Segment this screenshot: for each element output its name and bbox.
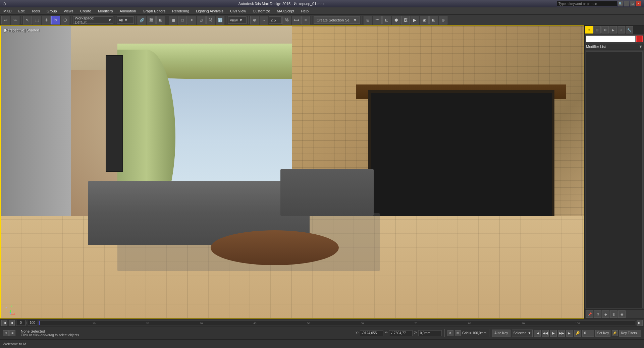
menu-tools[interactable]: Tools — [28, 7, 43, 14]
undo-button[interactable]: ↩ — [1, 16, 10, 24]
menu-create[interactable]: Create — [77, 7, 95, 14]
key-mode-btn[interactable]: 🔑 — [574, 330, 581, 337]
render-frame-btn[interactable]: ⊞ — [429, 16, 438, 24]
mini-toolbar-btn-1[interactable]: ⊞ — [3, 330, 9, 336]
play-btn[interactable]: ◀ — [9, 320, 15, 326]
time-field[interactable]: 0 — [582, 330, 594, 337]
panel-tab-display[interactable]: ○ — [618, 26, 625, 34]
panel-tab-create[interactable]: ✦ — [585, 26, 593, 34]
quick-render-btn[interactable]: ▶ — [411, 16, 419, 24]
transform-btn[interactable]: → — [260, 16, 268, 24]
menu-group[interactable]: Group — [43, 7, 60, 14]
modifier-search-input[interactable] — [586, 36, 636, 42]
search-box[interactable]: Type a keyword or phrase — [557, 1, 617, 6]
menu-customize[interactable]: Customize — [250, 7, 274, 14]
menu-mxd[interactable]: MXD — [0, 7, 15, 14]
pin-stack-btn[interactable]: 📌 — [586, 310, 593, 318]
go-to-end-btn[interactable]: ▶| — [566, 330, 573, 337]
viewport-label: [Perspective] Shaded — [4, 28, 39, 32]
view-dropdown[interactable]: View ▼ — [228, 16, 247, 24]
prev-frame-btn[interactable]: |◀ — [1, 320, 7, 326]
configure-modifiers-btn[interactable]: ⚙ — [594, 310, 601, 318]
modifier-list-arrow[interactable]: ▼ — [639, 44, 643, 49]
select-tool[interactable]: ↖ — [23, 16, 32, 24]
all-filter-dropdown[interactable]: All ▼ — [117, 16, 134, 24]
y-coord[interactable]: -17804,77 — [389, 330, 413, 336]
menu-edit[interactable]: Edit — [15, 7, 28, 14]
menu-lighting-analysis[interactable]: Lighting Analysis — [193, 7, 227, 14]
total-frames-display[interactable]: 100 — [28, 320, 37, 326]
menu-animation[interactable]: Animation — [116, 7, 140, 14]
create-selection-button[interactable]: Create Selection Se... ▼ — [314, 16, 360, 24]
select-region[interactable]: ⬚ — [33, 16, 41, 24]
panel-tabs: ✦ ⊟ ⚙ ▶ ○ 🔧 — [585, 25, 644, 34]
menu-modifiers[interactable]: Modifiers — [95, 7, 116, 14]
key-filters-button[interactable]: Key Filters... — [619, 330, 641, 337]
mirror-btn[interactable]: ⟺ — [292, 16, 301, 24]
scale-tool[interactable]: ⬡ — [61, 16, 69, 24]
timeline-track[interactable]: 0 10 20 30 40 50 60 70 80 90 100 — [39, 321, 635, 325]
key-filters-icon[interactable]: 🔑 — [612, 330, 618, 336]
next-key-btn[interactable]: ▶▶ — [558, 330, 565, 337]
set-key-button[interactable]: Set Key — [595, 330, 610, 337]
percent-snap[interactable]: % — [206, 16, 215, 24]
current-frame-display[interactable]: 0 — [16, 320, 25, 326]
search-icon[interactable]: 🔍 — [618, 1, 623, 6]
layer-manager-btn[interactable]: ⊞ — [364, 16, 372, 24]
play-animation-btn[interactable]: ▶ — [550, 330, 557, 337]
menu-maxscript[interactable]: MAXScript — [273, 7, 298, 14]
redo-button[interactable]: ↪ — [11, 16, 19, 24]
rotate-tool[interactable]: ↻ — [51, 16, 60, 24]
material-editor-btn[interactable]: ⬢ — [392, 16, 400, 24]
snap-percent-btn[interactable]: % — [282, 16, 291, 24]
menu-graph-editors[interactable]: Graph Editors — [139, 7, 169, 14]
bind-space-warp[interactable]: ⊞ — [156, 16, 165, 24]
workspace-dropdown[interactable]: Workspace: Default ▼ — [73, 16, 113, 24]
transform-gizmo-btn[interactable]: ⊕ — [250, 16, 259, 24]
align-btn[interactable]: ≡ — [301, 16, 310, 24]
z-coord[interactable]: 0,0mm — [418, 330, 442, 336]
minimize-button[interactable]: — — [624, 1, 629, 6]
close-button[interactable]: ✕ — [636, 1, 641, 6]
tick-0: 0 — [39, 322, 40, 325]
active-shade-btn[interactable]: ◉ — [420, 16, 429, 24]
unlink-tool[interactable]: ⛓ — [147, 16, 156, 24]
angle-snap[interactable]: ⊿ — [197, 16, 206, 24]
select-filter-btn[interactable]: ▦ — [169, 16, 177, 24]
frame-separator: / — [26, 321, 27, 325]
snap-toggle[interactable]: ✦ — [187, 16, 196, 24]
spinner-snap[interactable]: 🔢 — [216, 16, 224, 24]
curve-editor-btn[interactable]: 〜 — [373, 16, 382, 24]
x-coord[interactable]: -9124,055 — [360, 330, 383, 336]
go-to-start-btn[interactable]: |◀ — [534, 330, 541, 337]
render-setup-btn[interactable]: 🖼 — [401, 16, 410, 24]
maximize-button[interactable]: □ — [630, 1, 635, 6]
next-frame-btn[interactable]: ▶| — [637, 320, 643, 326]
remove-modifier-btn[interactable]: 🗑 — [610, 310, 618, 318]
make-unique-btn[interactable]: ◆ — [602, 310, 609, 318]
panel-tab-modify[interactable]: ⊟ — [593, 26, 601, 34]
panel-tab-utilities[interactable]: 🔧 — [626, 26, 633, 34]
panel-tab-motion[interactable]: ▶ — [609, 26, 617, 34]
viewport[interactable]: [Perspective] Shaded X — [0, 25, 584, 318]
menu-help[interactable]: Help — [298, 7, 312, 14]
modifier-clear-button[interactable] — [636, 36, 643, 42]
menu-views[interactable]: Views — [60, 7, 77, 14]
grid-toggle-btn[interactable]: ⊞ — [455, 330, 461, 336]
coord-display: X: -9124,055 Y: -17804,77 Z: 0,0mm — [356, 330, 442, 336]
prev-key-btn[interactable]: ◀◀ — [542, 330, 549, 337]
menu-civil-view[interactable]: Civil View — [227, 7, 249, 14]
show-end-result-btn[interactable]: ◉ — [618, 310, 626, 318]
panel-tab-hierarchy[interactable]: ⚙ — [601, 26, 609, 34]
move-tool[interactable]: ✛ — [42, 16, 51, 24]
mini-toolbar-btn-2[interactable]: ◼ — [9, 330, 15, 336]
grid-snap-btn[interactable]: ⊕ — [447, 330, 453, 336]
link-tool[interactable]: 🔗 — [138, 16, 146, 24]
schematic-view-btn[interactable]: ⊡ — [382, 16, 391, 24]
selected-dropdown[interactable]: Selected ▼ — [512, 330, 533, 337]
extra-btn[interactable]: ⊕ — [439, 16, 447, 24]
window-crossing-btn[interactable]: □ — [178, 16, 187, 24]
value-field[interactable]: 2.5 — [269, 16, 282, 24]
menu-rendering[interactable]: Rendering — [169, 7, 193, 14]
auto-key-button[interactable]: Auto Key — [492, 330, 511, 337]
